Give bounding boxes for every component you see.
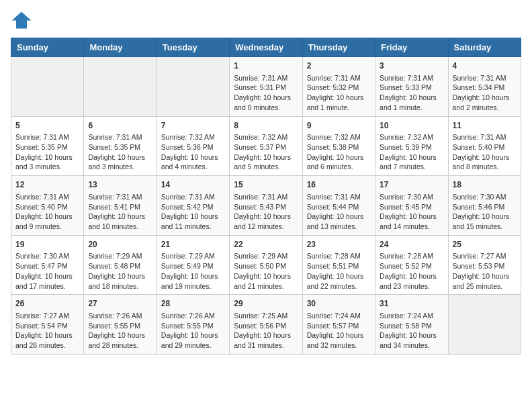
sunrise-text: Sunrise: 7:31 AM <box>380 74 433 82</box>
calendar-cell: 17 Sunrise: 7:30 AM Sunset: 5:45 PM Dayl… <box>375 176 448 236</box>
sunset-text: Sunset: 5:44 PM <box>307 203 359 211</box>
calendar-cell: 4 Sunrise: 7:31 AM Sunset: 5:34 PM Dayli… <box>448 57 521 117</box>
cell-content: 7 Sunrise: 7:32 AM Sunset: 5:36 PM Dayli… <box>161 120 225 173</box>
cell-content: 8 Sunrise: 7:32 AM Sunset: 5:37 PM Dayli… <box>234 120 298 173</box>
day-number: 14 <box>161 179 225 191</box>
sunrise-text: Sunrise: 7:31 AM <box>88 193 142 201</box>
cell-content: 24 Sunrise: 7:28 AM Sunset: 5:52 PM Dayl… <box>380 239 443 291</box>
calendar-body: 1 Sunrise: 7:31 AM Sunset: 5:31 PM Dayli… <box>11 57 521 355</box>
day-number: 25 <box>453 239 517 250</box>
cell-content: 26 Sunrise: 7:27 AM Sunset: 5:54 PM Dayl… <box>15 298 79 351</box>
sunset-text: Sunset: 5:56 PM <box>234 322 286 330</box>
sunrise-text: Sunrise: 7:31 AM <box>161 193 215 201</box>
sunset-text: Sunset: 5:38 PM <box>307 143 359 151</box>
sunset-text: Sunset: 5:52 PM <box>380 262 432 270</box>
sunrise-text: Sunrise: 7:27 AM <box>15 312 69 320</box>
cell-content: 19 Sunrise: 7:30 AM Sunset: 5:47 PM Dayl… <box>15 239 79 291</box>
sunrise-text: Sunrise: 7:28 AM <box>380 252 433 260</box>
sunrise-text: Sunrise: 7:30 AM <box>453 193 506 201</box>
sunrise-text: Sunrise: 7:31 AM <box>15 133 69 141</box>
sunset-text: Sunset: 5:36 PM <box>161 143 214 151</box>
sunset-text: Sunset: 5:37 PM <box>234 143 286 151</box>
day-number: 21 <box>161 239 225 250</box>
calendar-cell: 16 Sunrise: 7:31 AM Sunset: 5:44 PM Dayl… <box>302 176 375 236</box>
daylight-text: Daylight: 10 hours and 23 minutes. <box>380 272 437 290</box>
daylight-text: Daylight: 10 hours and 19 minutes. <box>161 272 218 290</box>
daylight-text: Daylight: 10 hours and 9 minutes. <box>15 212 73 230</box>
cell-content: 22 Sunrise: 7:29 AM Sunset: 5:50 PM Dayl… <box>234 239 298 291</box>
calendar-cell: 20 Sunrise: 7:29 AM Sunset: 5:48 PM Dayl… <box>84 235 157 295</box>
sunrise-text: Sunrise: 7:30 AM <box>15 252 69 260</box>
sunset-text: Sunset: 5:51 PM <box>307 262 359 270</box>
sunset-text: Sunset: 5:40 PM <box>453 143 505 151</box>
sunrise-text: Sunrise: 7:32 AM <box>380 133 433 141</box>
sunset-text: Sunset: 5:53 PM <box>453 262 505 270</box>
sunrise-text: Sunrise: 7:31 AM <box>88 133 142 141</box>
day-number: 7 <box>161 120 225 132</box>
calendar-cell: 30 Sunrise: 7:24 AM Sunset: 5:57 PM Dayl… <box>302 295 375 355</box>
cell-content: 29 Sunrise: 7:25 AM Sunset: 5:56 PM Dayl… <box>234 298 298 351</box>
calendar-cell: 7 Sunrise: 7:32 AM Sunset: 5:36 PM Dayli… <box>157 116 229 176</box>
day-number: 26 <box>15 298 79 310</box>
daylight-text: Daylight: 10 hours and 3 minutes. <box>15 153 73 171</box>
sunset-text: Sunset: 5:34 PM <box>453 83 505 91</box>
calendar-cell: 18 Sunrise: 7:30 AM Sunset: 5:46 PM Dayl… <box>448 176 521 236</box>
day-number: 27 <box>88 298 152 310</box>
daylight-text: Daylight: 10 hours and 28 minutes. <box>88 331 145 349</box>
cell-content: 28 Sunrise: 7:26 AM Sunset: 5:55 PM Dayl… <box>161 298 225 351</box>
calendar-cell: 15 Sunrise: 7:31 AM Sunset: 5:43 PM Dayl… <box>230 176 302 236</box>
calendar-cell <box>157 57 229 117</box>
daylight-text: Daylight: 10 hours and 1 minute. <box>307 93 364 111</box>
sunrise-text: Sunrise: 7:24 AM <box>307 312 361 320</box>
column-header-friday: Friday <box>375 38 448 57</box>
column-header-sunday: Sunday <box>11 38 84 57</box>
sunrise-text: Sunrise: 7:29 AM <box>161 252 215 260</box>
cell-content: 6 Sunrise: 7:31 AM Sunset: 5:35 PM Dayli… <box>88 120 152 173</box>
day-number: 3 <box>380 60 443 72</box>
column-header-tuesday: Tuesday <box>157 38 229 57</box>
calendar-table: SundayMondayTuesdayWednesdayThursdayFrid… <box>11 38 521 355</box>
cell-content: 23 Sunrise: 7:28 AM Sunset: 5:51 PM Dayl… <box>307 239 371 291</box>
column-header-thursday: Thursday <box>302 38 375 57</box>
calendar-cell: 22 Sunrise: 7:29 AM Sunset: 5:50 PM Dayl… <box>230 235 302 295</box>
sunrise-text: Sunrise: 7:26 AM <box>161 312 215 320</box>
day-number: 11 <box>453 120 517 132</box>
cell-content: 2 Sunrise: 7:31 AM Sunset: 5:32 PM Dayli… <box>307 60 371 113</box>
sunrise-text: Sunrise: 7:26 AM <box>88 312 142 320</box>
sunrise-text: Sunrise: 7:31 AM <box>234 74 287 82</box>
sunset-text: Sunset: 5:57 PM <box>307 322 359 330</box>
sunset-text: Sunset: 5:50 PM <box>234 262 286 270</box>
day-number: 1 <box>234 60 298 72</box>
calendar-header-row: SundayMondayTuesdayWednesdayThursdayFrid… <box>11 38 521 57</box>
day-number: 29 <box>234 298 298 310</box>
cell-content: 31 Sunrise: 7:24 AM Sunset: 5:58 PM Dayl… <box>380 298 443 351</box>
calendar-cell: 27 Sunrise: 7:26 AM Sunset: 5:55 PM Dayl… <box>84 295 157 355</box>
calendar-cell: 25 Sunrise: 7:27 AM Sunset: 5:53 PM Dayl… <box>448 235 521 295</box>
sunset-text: Sunset: 5:46 PM <box>453 203 505 211</box>
cell-content: 11 Sunrise: 7:31 AM Sunset: 5:40 PM Dayl… <box>453 120 517 173</box>
logo-icon <box>11 11 32 30</box>
week-row-5: 26 Sunrise: 7:27 AM Sunset: 5:54 PM Dayl… <box>11 295 521 355</box>
day-number: 17 <box>380 179 443 191</box>
day-number: 2 <box>307 60 371 72</box>
cell-content: 12 Sunrise: 7:31 AM Sunset: 5:40 PM Dayl… <box>15 179 79 232</box>
day-number: 12 <box>15 179 79 191</box>
daylight-text: Daylight: 10 hours and 34 minutes. <box>380 331 437 349</box>
sunset-text: Sunset: 5:41 PM <box>88 203 140 211</box>
day-number: 9 <box>307 120 371 132</box>
day-number: 8 <box>234 120 298 132</box>
sunrise-text: Sunrise: 7:28 AM <box>307 252 361 260</box>
sunset-text: Sunset: 5:40 PM <box>15 203 68 211</box>
sunset-text: Sunset: 5:35 PM <box>88 143 140 151</box>
calendar-cell: 12 Sunrise: 7:31 AM Sunset: 5:40 PM Dayl… <box>11 176 84 236</box>
sunrise-text: Sunrise: 7:31 AM <box>307 193 361 201</box>
day-number: 10 <box>380 120 443 132</box>
daylight-text: Daylight: 10 hours and 21 minutes. <box>234 272 291 290</box>
week-row-3: 12 Sunrise: 7:31 AM Sunset: 5:40 PM Dayl… <box>11 176 521 236</box>
page-header <box>11 11 521 30</box>
daylight-text: Daylight: 10 hours and 2 minutes. <box>453 93 510 111</box>
daylight-text: Daylight: 10 hours and 12 minutes. <box>234 212 291 230</box>
day-number: 30 <box>307 298 371 310</box>
sunset-text: Sunset: 5:54 PM <box>15 322 68 330</box>
daylight-text: Daylight: 10 hours and 13 minutes. <box>307 212 364 230</box>
